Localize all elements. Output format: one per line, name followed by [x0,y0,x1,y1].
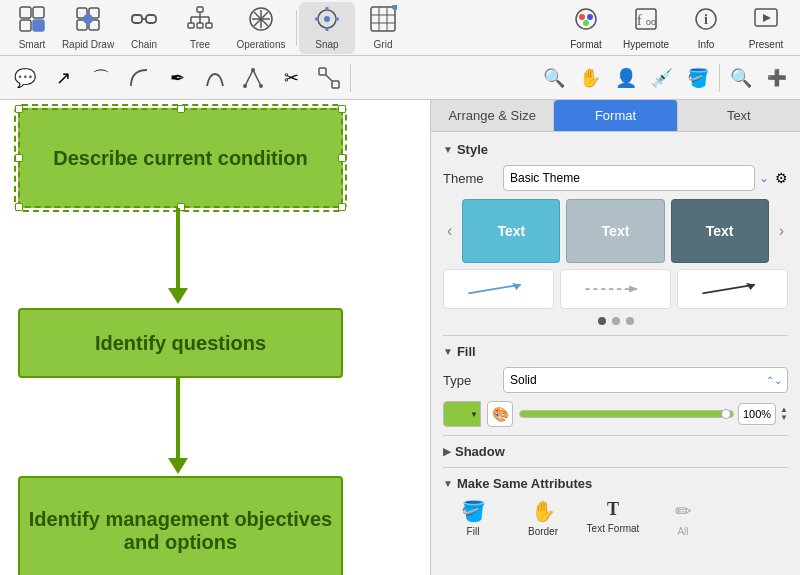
dot-2[interactable] [612,317,620,325]
color-swatch-wrap: ▼ [443,401,481,427]
handle-br[interactable] [338,203,346,211]
style-thumb-3[interactable]: Text [671,199,769,263]
fill-type-select[interactable]: Solid [503,367,788,393]
arrow-head-1 [168,288,188,304]
handle-mr[interactable] [338,154,346,162]
svg-rect-54 [319,68,326,75]
svg-rect-13 [188,23,194,28]
svg-point-51 [243,84,247,88]
svg-line-61 [702,285,755,294]
handle-tm[interactable] [177,105,185,113]
rapid-draw-icon [74,5,102,37]
tool-snap[interactable]: Snap [299,2,355,54]
tool-hypernote[interactable]: f oo Hypernote [616,2,676,54]
opacity-handle[interactable] [721,409,731,419]
style-next-btn[interactable]: › [775,218,788,244]
pan-tool[interactable]: ✋ [573,61,607,95]
fill-section-header[interactable]: ▼ Fill [443,344,788,359]
tool-format-right[interactable]: Format [556,2,616,54]
style-thumb-1[interactable]: Text [462,199,560,263]
svg-rect-14 [197,23,203,28]
dots-row [443,317,788,325]
dot-3[interactable] [626,317,634,325]
handle-tl[interactable] [15,105,23,113]
opacity-input[interactable] [738,403,776,425]
canvas-area[interactable]: Describe current condition Identify ques… [0,100,430,575]
color-swatch-dropdown[interactable]: ▼ [470,410,478,419]
pen-tool[interactable]: ✒ [158,60,196,96]
tool-info[interactable]: i Info [676,2,736,54]
flow-box-2[interactable]: Identify questions [18,308,343,378]
svg-rect-31 [335,18,339,21]
arrow-thumb-3[interactable] [677,269,788,309]
node-tool[interactable] [234,60,272,96]
arrow-thumb-2[interactable] [560,269,671,309]
flow-box-1-text: Describe current condition [53,147,308,170]
arrow-line-2 [176,378,180,458]
arc-tool[interactable] [120,60,158,96]
style-section-header[interactable]: ▼ Style [443,142,788,157]
smart-label: Smart [19,39,46,50]
svg-text:f: f [637,13,642,28]
scissors-tool[interactable]: ✂ [272,60,310,96]
snap-icon [313,5,341,37]
handle-bl[interactable] [15,203,23,211]
search-tool[interactable]: 🔍 [537,61,571,95]
tool-present[interactable]: Present [736,2,796,54]
color-picker-button[interactable]: 🎨 [487,401,513,427]
flow-box-3[interactable]: Identify management objectives and optio… [18,476,343,575]
make-same-border[interactable]: ✋ Border [513,499,573,537]
style-thumb-2[interactable]: Text [566,199,664,263]
color-pick-tool[interactable]: 💉 [645,61,679,95]
make-same-title: Make Same Attributes [457,476,592,491]
svg-rect-12 [197,7,203,12]
tab-text[interactable]: Text [678,100,800,131]
svg-rect-10 [146,15,156,23]
tab-arrange[interactable]: Arrange & Size [431,100,554,131]
opacity-bar[interactable] [519,410,734,418]
speech-bubble-tool[interactable]: 💬 [6,60,44,96]
flow-arrow-1 [168,208,188,304]
tool-smart[interactable]: Smart [4,2,60,54]
tool-operations[interactable]: Operations [228,2,294,54]
shadow-triangle: ▶ [443,446,451,457]
theme-label: Theme [443,171,503,186]
tool-tree[interactable]: Tree [172,2,228,54]
fill-section-title: Fill [457,344,476,359]
second-toolbar: 💬 ↗ ⌒ ✒ ✂ 🔍 ✋ 👤 💉 🪣 🔍 ➕ [0,56,800,100]
svg-line-57 [468,285,521,294]
make-same-fill[interactable]: 🪣 Fill [443,499,503,537]
main-area: Describe current condition Identify ques… [0,100,800,575]
handle-ml[interactable] [15,154,23,162]
dot-1[interactable] [598,317,606,325]
bezier-tool[interactable] [196,60,234,96]
make-same-text-label: Text Format [587,523,640,534]
svg-rect-9 [132,15,142,23]
handle-tr[interactable] [338,105,346,113]
zoom-in-tool[interactable]: ➕ [760,61,794,95]
fill-select-wrap: Solid ⌃⌄ [503,367,788,393]
make-same-header[interactable]: ▼ Make Same Attributes [443,476,788,491]
make-same-text-format[interactable]: T Text Format [583,499,643,537]
gear-button[interactable]: ⚙ [775,170,788,186]
opacity-decrement[interactable]: ▼ [780,414,788,422]
style-prev-btn[interactable]: ‹ [443,218,456,244]
connection-tool[interactable] [310,60,348,96]
arrow-tool[interactable]: ↗ [44,60,82,96]
tool-grid[interactable]: Grid [355,2,411,54]
tool-chain[interactable]: Chain [116,2,172,54]
paint-tool[interactable]: 🪣 [681,61,715,95]
theme-select[interactable]: Basic Theme [503,165,755,191]
info-icon: i [693,6,719,37]
flow-box-1[interactable]: Describe current condition [18,108,343,208]
curve-tool[interactable]: ⌒ [82,60,120,96]
user-tool[interactable]: 👤 [609,61,643,95]
tool-rapid-draw[interactable]: Rapid Draw [60,2,116,54]
tree-label: Tree [190,39,210,50]
fill-type-label: Type [443,373,503,388]
arrow-thumb-1[interactable] [443,269,554,309]
tab-format[interactable]: Format [554,100,677,131]
zoom-out-tool[interactable]: 🔍 [724,61,758,95]
right-tools: Format f oo Hypernote i Info [556,2,796,54]
shadow-section-header[interactable]: ▶ Shadow [443,444,788,459]
